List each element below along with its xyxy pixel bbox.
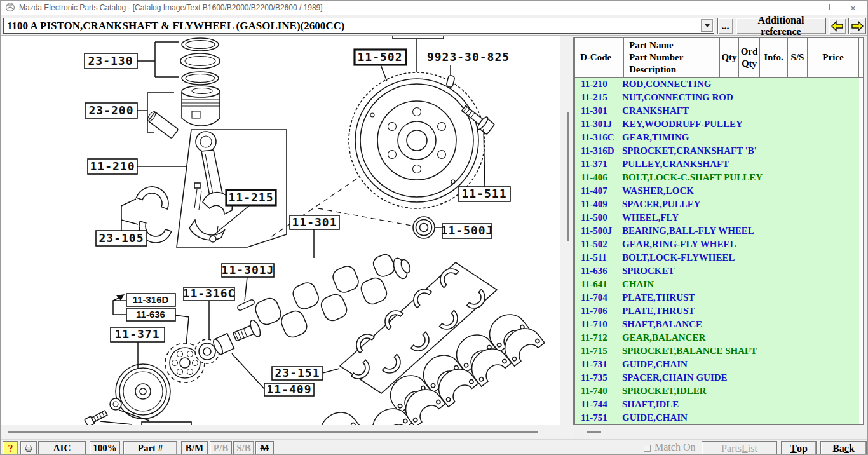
- table-row[interactable]: 11-407WASHER,LOCK: [575, 184, 859, 198]
- titlebar: Mazda Electronic Parts Catalog - [Catalo…: [1, 1, 867, 15]
- section-combobox[interactable]: 1100 A PISTON,CRANKSHAFT & FLYWHEEL (GAS…: [3, 18, 714, 34]
- table-row[interactable]: 11-712GEAR,BALANCER: [575, 331, 859, 344]
- status-toolbar: ? AIC 100% Part # B/M P/B S/B M Match On…: [1, 439, 867, 455]
- combobox-dropdown-button[interactable]: [701, 19, 713, 32]
- parts-list-button[interactable]: Parts List: [702, 441, 777, 455]
- table-row[interactable]: 11-371PULLEY,CRANKSHAFT: [575, 158, 859, 171]
- diagram-label-11-371[interactable]: 11-371: [111, 327, 165, 342]
- diagram-horizontal-scrollbar[interactable]: [1, 425, 574, 439]
- table-row[interactable]: 11-502GEAR,RING-FLY WHEEL: [575, 238, 859, 251]
- table-row[interactable]: 11-301CRANKSHAFT: [575, 104, 859, 118]
- table-row[interactable]: 11-406BOLT,LOCK-C.SHAFT PULLEY: [575, 171, 859, 184]
- additional-reference-button[interactable]: Additional reference: [736, 18, 826, 34]
- diagram-label-23-130[interactable]: 23-130: [85, 53, 137, 69]
- chevron-down-icon: [705, 24, 710, 27]
- table-row[interactable]: 11-500JBEARING,BALL-FLY WHEEL: [575, 224, 859, 238]
- diagram-label-11-215[interactable]: 11-215: [226, 190, 276, 205]
- table-row[interactable]: 11-409SPACER,PULLEY: [575, 198, 859, 211]
- table-row[interactable]: 11-751GUIDE,CHAIN: [575, 411, 859, 424]
- pulley-bolt: [85, 409, 108, 425]
- svg-text:23-105: 23-105: [98, 231, 144, 245]
- diagram-label-11-511[interactable]: 11-511: [458, 187, 510, 201]
- diagram-label-11-502[interactable]: 11-502: [355, 50, 406, 65]
- diagram-label-11-210[interactable]: 11-210: [88, 159, 137, 174]
- diagram-label-11-500J[interactable]: 11-500J: [441, 224, 494, 238]
- table-horizontal-scrollbar[interactable]: [574, 425, 868, 439]
- table-row[interactable]: 11-740SPROCKET,IDLER: [575, 384, 859, 398]
- diagram-label-11-316D[interactable]: 11-316D: [126, 294, 175, 306]
- zoom-level-button[interactable]: 100%: [90, 441, 120, 455]
- restore-button[interactable]: [810, 1, 839, 15]
- svg-text:23-151: 23-151: [275, 366, 320, 379]
- svg-text:11-316C: 11-316C: [183, 287, 236, 300]
- more-button[interactable]: ...: [717, 18, 733, 34]
- table-row[interactable]: 11-316DSPROCKET,CRANKSHAFT 'B': [575, 144, 859, 158]
- back-button[interactable]: Back: [820, 441, 867, 455]
- svg-text:9923-30-825: 9923-30-825: [427, 50, 510, 64]
- table-row[interactable]: 11-715SPROCKET,BALANCE SHAFT: [575, 344, 859, 358]
- diagram-panel[interactable]: 23-130 23-200 11-210 11-215 23-105 11-50…: [1, 36, 574, 425]
- diagram-label-11-636[interactable]: 11-636: [126, 308, 175, 321]
- table-row[interactable]: 11-636SPROCKET: [575, 264, 859, 278]
- top-button[interactable]: Top: [781, 441, 817, 455]
- part-number-button[interactable]: Part #: [123, 441, 177, 455]
- table-row[interactable]: 11-641CHAIN: [575, 278, 859, 291]
- table-row[interactable]: 11-500WHEEL,FLY: [575, 211, 859, 224]
- table-row[interactable]: 11-731GUIDE,CHAIN: [575, 358, 859, 371]
- close-icon: ✕: [850, 4, 856, 13]
- restore-icon: [822, 6, 827, 11]
- table-row[interactable]: 11-744SHAFT,IDLE: [575, 398, 859, 411]
- diagram-vertical-scrollbar-thumb[interactable]: [567, 112, 569, 241]
- table-row[interactable]: 11-215NUT,CONNECTING ROD: [575, 91, 859, 104]
- diagram-label-11-409[interactable]: 11-409: [264, 383, 314, 396]
- aic-button[interactable]: AIC: [38, 441, 86, 455]
- parts-table: D-Code Part Name Part Number Description…: [574, 37, 864, 425]
- match-on-checkbox[interactable]: [644, 445, 651, 452]
- crankshaft: [226, 243, 418, 358]
- table-row[interactable]: 11-511BOLT,LOCK-FLYWHEEL: [575, 251, 859, 264]
- svg-text:11-511: 11-511: [461, 187, 506, 200]
- diagram-label-23-151[interactable]: 23-151: [272, 366, 323, 380]
- diagram-vertical-scrollbar[interactable]: [560, 36, 574, 425]
- diagram-label-11-316C[interactable]: 11-316C: [183, 287, 236, 301]
- match-on-label: Match On: [654, 442, 695, 453]
- table-row[interactable]: 11-706PLATE,THRUST: [575, 304, 859, 318]
- diagram-label-23-105[interactable]: 23-105: [96, 231, 147, 246]
- help-button[interactable]: ?: [3, 441, 18, 455]
- svg-text:11-502: 11-502: [357, 50, 402, 64]
- piston-pin: [146, 111, 179, 139]
- close-button[interactable]: ✕: [839, 1, 867, 15]
- pilot-bearing: [413, 217, 435, 238]
- previous-page-button[interactable]: [829, 18, 846, 34]
- diagram-label-11-301J[interactable]: 11-301J: [222, 263, 275, 277]
- table-row[interactable]: 11-710SHAFT,BALANCE: [575, 318, 859, 331]
- table-row[interactable]: 11-735SPACER,CHAIN GUIDE: [575, 371, 859, 384]
- printer-icon: [25, 444, 32, 453]
- diagram-label-9923-30-825[interactable]: 9923-30-825: [427, 50, 510, 64]
- svg-text:11-215: 11-215: [228, 191, 273, 204]
- print-button[interactable]: [20, 441, 37, 455]
- pb-button[interactable]: P/B: [210, 441, 232, 455]
- table-row[interactable]: 11-316CGEAR,TIMING: [575, 131, 859, 144]
- svg-text:11-409: 11-409: [266, 383, 311, 396]
- piston: [182, 86, 220, 126]
- diagram-label-11-301[interactable]: 11-301: [290, 215, 339, 229]
- table-row[interactable]: 11-301JKEY,WOODRUFF-PULLEY: [575, 118, 859, 131]
- table-row[interactable]: 11-210ROD,CONNECTING: [575, 78, 859, 91]
- m-button[interactable]: M: [255, 441, 274, 455]
- next-page-button[interactable]: [848, 18, 866, 34]
- svg-text:11-210: 11-210: [90, 160, 135, 173]
- diagram-horizontal-scrollbar-thumb[interactable]: [8, 431, 538, 433]
- minimize-button[interactable]: [782, 1, 810, 15]
- svg-text:11-636: 11-636: [136, 309, 165, 320]
- table-horizontal-scrollbar-thumb[interactable]: [587, 431, 601, 433]
- table-row[interactable]: 11-704PLATE,THRUST: [575, 291, 859, 304]
- bm-button[interactable]: B/M: [181, 441, 208, 455]
- sb-button[interactable]: S/B: [233, 441, 254, 455]
- svg-text:11-371: 11-371: [114, 327, 159, 341]
- svg-text:23-130: 23-130: [88, 54, 133, 67]
- diagram-label-23-200[interactable]: 23-200: [85, 103, 137, 118]
- piston-rings: [180, 38, 220, 85]
- svg-text:23-200: 23-200: [88, 104, 133, 117]
- parts-table-panel: D-Code Part Name Part Number Description…: [574, 36, 868, 439]
